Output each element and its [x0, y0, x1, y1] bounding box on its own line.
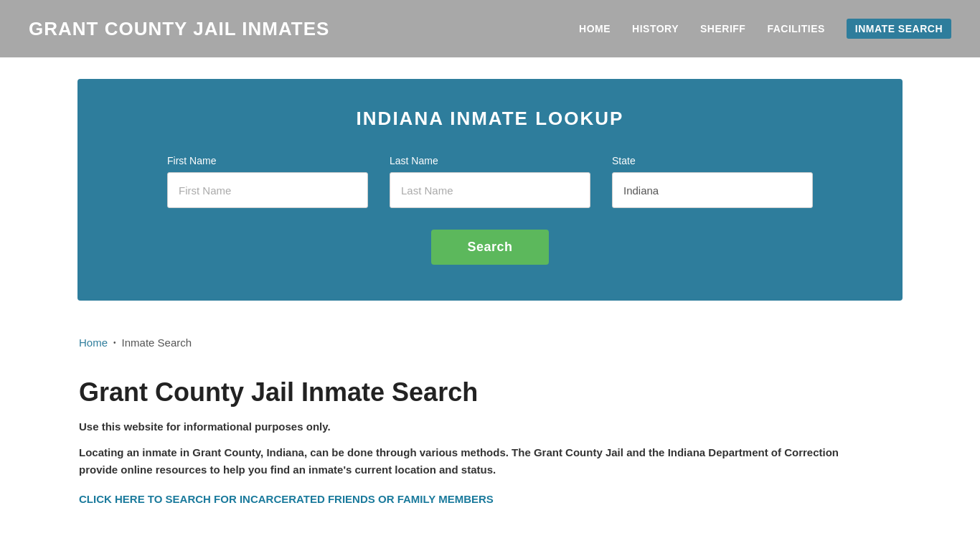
- search-button[interactable]: Search: [431, 230, 548, 265]
- banner-title: INDIANA INMATE LOOKUP: [92, 108, 888, 130]
- breadcrumb: Home • Inmate Search: [0, 322, 980, 363]
- nav-facilities[interactable]: FACILITIES: [767, 23, 824, 34]
- site-title: GRANT COUNTY JAIL INMATES: [29, 18, 329, 40]
- first-name-label: First Name: [167, 155, 368, 166]
- first-name-group: First Name: [167, 155, 368, 208]
- nav-home[interactable]: HOME: [579, 23, 611, 34]
- state-group: State: [612, 155, 813, 208]
- nav-inmate-search[interactable]: INMATE SEARCH: [847, 19, 951, 39]
- breadcrumb-current: Inmate Search: [122, 336, 192, 349]
- breadcrumb-separator: •: [113, 339, 116, 347]
- last-name-group: Last Name: [390, 155, 590, 208]
- page-heading: Grant County Jail Inmate Search: [79, 377, 901, 408]
- search-btn-row: Search: [92, 230, 888, 265]
- first-name-input[interactable]: [167, 172, 368, 208]
- info-line-2: Locating an inmate in Grant County, Indi…: [79, 444, 868, 479]
- breadcrumb-home-link[interactable]: Home: [79, 336, 108, 349]
- nav-history[interactable]: HISTORY: [632, 23, 679, 34]
- main-content: Grant County Jail Inmate Search Use this…: [0, 363, 980, 534]
- state-label: State: [612, 155, 813, 166]
- click-here-link[interactable]: CLICK HERE to Search for Incarcerated Fr…: [79, 493, 494, 505]
- last-name-input[interactable]: [390, 172, 590, 208]
- info-line-1: Use this website for informational purpo…: [79, 420, 901, 433]
- state-input[interactable]: [612, 172, 813, 208]
- nav-sheriff[interactable]: SHERIFF: [700, 23, 745, 34]
- form-row: First Name Last Name State: [92, 155, 888, 208]
- search-banner: INDIANA INMATE LOOKUP First Name Last Na…: [77, 79, 903, 301]
- last-name-label: Last Name: [390, 155, 590, 166]
- main-nav: HOME HISTORY SHERIFF FACILITIES INMATE S…: [579, 19, 951, 39]
- site-header: GRANT COUNTY JAIL INMATES HOME HISTORY S…: [0, 0, 980, 57]
